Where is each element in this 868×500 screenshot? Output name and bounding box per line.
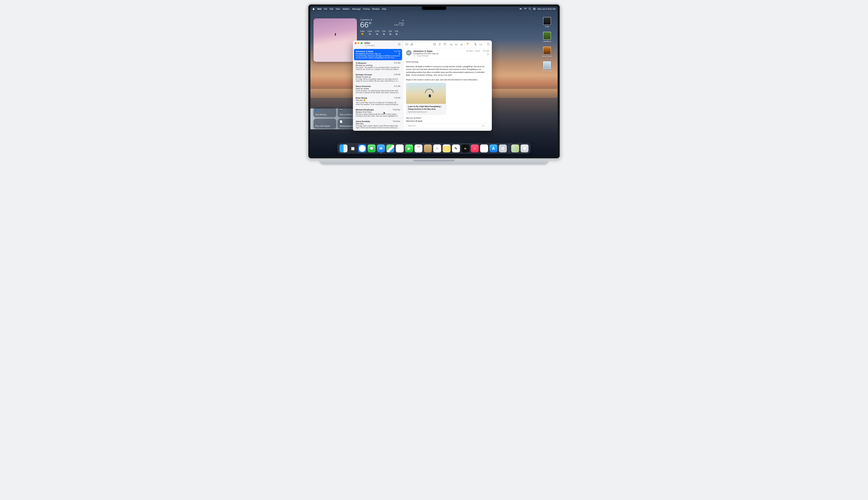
dock-tv[interactable]: tv — [461, 145, 469, 152]
message-time: 8:44 AM — [394, 73, 400, 76]
apple-menu-icon[interactable] — [312, 8, 315, 11]
desktop-file[interactable]: Aura Portrait — [542, 46, 552, 57]
camera-notch — [422, 7, 446, 10]
move-chevron-icon[interactable]: ⌄ — [483, 43, 484, 46]
menu-file[interactable]: File — [324, 8, 327, 10]
trash-icon[interactable] — [438, 43, 441, 46]
dock-facetime[interactable]: ▶ — [405, 145, 413, 152]
desktop-file[interactable]: White Sands — [542, 61, 552, 72]
send-icon[interactable] — [482, 124, 485, 127]
reply-placeholder: Reply All — [408, 125, 415, 127]
menu-mailbox[interactable]: Mailbox — [343, 8, 350, 10]
sender-avatar[interactable]: AA — [406, 50, 412, 56]
spotlight-icon[interactable] — [529, 8, 531, 11]
reply-field[interactable]: Reply All ⌄ — [406, 123, 489, 128]
message-list-item[interactable]: Reece Schachne8:12 AMDeck for reviewGood… — [354, 84, 402, 95]
move-icon[interactable] — [479, 43, 482, 46]
close-window-button[interactable] — [355, 42, 357, 44]
shortcut-label: Next Meeting — [315, 114, 334, 116]
calendar-day: 5 — [417, 148, 420, 151]
body-signoff: See you up there! — [406, 116, 489, 120]
link-preview-card[interactable]: Learn to fly | High Wind Paragliding | F… — [406, 83, 446, 115]
svg-line-4 — [530, 9, 531, 10]
envelope-icon[interactable] — [406, 43, 408, 46]
dock-freeform[interactable]: ✎ — [452, 145, 460, 152]
file-thumbnail — [543, 32, 551, 40]
to-recipient[interactable]: Craig Federighi — [416, 55, 429, 57]
mute-icon[interactable] — [474, 43, 477, 46]
svg-point-8 — [535, 9, 535, 10]
menu-window[interactable]: Window — [372, 8, 379, 10]
dock-maps[interactable] — [386, 145, 395, 152]
forward-icon[interactable] — [460, 43, 463, 46]
menu-message[interactable]: Message — [352, 8, 361, 10]
dock-recent-maps[interactable] — [511, 145, 519, 152]
dock-mail[interactable]: ✉︎ — [377, 145, 385, 152]
message-list-item[interactable]: Ty Booyzen8:51 AMMoving our meetingHey t… — [354, 60, 402, 72]
menu-view[interactable]: View — [335, 8, 340, 10]
dock-launchpad[interactable]: ▦ — [349, 145, 357, 152]
body-signature: Adventure @ Apple — [406, 120, 489, 123]
menu-format[interactable]: Format — [363, 8, 369, 10]
dock-contacts[interactable] — [424, 145, 432, 152]
mail-window: Inbox 11 messages Adventure @ Apple9:01 … — [353, 41, 492, 131]
reply-all-icon[interactable] — [455, 43, 458, 46]
app-menu[interactable]: Mail — [317, 8, 321, 10]
dock-appstore[interactable]: A — [490, 145, 498, 152]
dock-reminders[interactable]: ≡ — [433, 145, 441, 152]
dock-messages[interactable]: 💬 — [368, 145, 376, 152]
message-from: Ty Booyzen — [356, 62, 366, 64]
dock-settings[interactable]: ⚙︎ — [499, 145, 507, 152]
battery-icon[interactable] — [519, 8, 522, 11]
attachment-icon[interactable] — [466, 53, 489, 56]
sender-name[interactable]: Adventure @ Apple — [413, 50, 465, 53]
message-time: 9:01 AM — [394, 50, 400, 53]
archive-icon[interactable] — [433, 43, 436, 46]
zoom-window-button[interactable] — [361, 42, 363, 44]
message-mailbox[interactable]: Inbox – iCloud — [469, 50, 480, 52]
minimize-window-button[interactable] — [358, 42, 359, 44]
dock-trash[interactable]: 🗑 — [521, 145, 529, 152]
dock: ▦ 💬 ✉︎ ✿ ▶ JUN5 ≡ ✎ tv ♪ N A ⚙︎ 🗑 — [338, 143, 531, 154]
desktop-file[interactable]: Leaf Macro — [543, 32, 551, 42]
menu-edit[interactable]: Edit — [330, 8, 333, 10]
message-list-item[interactable]: Brian Heung7:59 AMOut sick 🤒Just a note … — [354, 95, 402, 107]
filter-icon[interactable] — [398, 43, 401, 46]
junk-icon[interactable] — [444, 43, 446, 46]
message-subject: Paragliding excursion sign-up — [356, 53, 381, 55]
dock-photos[interactable]: ✿ — [396, 145, 404, 152]
dock-notes[interactable] — [443, 145, 451, 152]
dock-safari[interactable] — [358, 145, 366, 152]
message-from: Brian Heung — [356, 97, 367, 99]
dock-news[interactable]: N — [480, 145, 488, 152]
search-icon[interactable] — [487, 43, 490, 46]
message-list-item[interactable]: Melanie KabinoffYesterdayMeeting recapHi… — [354, 130, 402, 131]
flag-chevron-icon[interactable]: ⌄ — [470, 43, 472, 46]
compose-icon[interactable] — [411, 43, 413, 46]
weather-widget[interactable]: Cupertino➤ 66° ☀︎ Sunny H:87° L:59° 10AM… — [360, 19, 405, 36]
message-list-item[interactable]: Jenna KovalskyYesterdayWild ideaHi Craig… — [354, 119, 402, 130]
menu-help[interactable]: Help — [382, 8, 386, 10]
body-paragraph: Reply to this email to reserve your spot… — [406, 78, 489, 81]
message-list-item[interactable]: Nicholas Circosta8:44 AMReady for pick-u… — [354, 72, 402, 83]
message-list-item[interactable]: Adventure @ Apple9:01 AMParagliding excu… — [354, 49, 402, 60]
shortcut-tile[interactable]: 👥Next Meeting — [313, 107, 336, 117]
photos-widget[interactable] — [313, 19, 357, 62]
wifi-icon[interactable] — [524, 8, 526, 11]
hourly-forecast: 10AM☀️ — [360, 30, 365, 35]
dock-music[interactable]: ♪ — [471, 145, 479, 152]
dock-calendar[interactable]: JUN5 — [414, 145, 423, 152]
shortcut-tile[interactable]: 🎵Play Chill Playlist — [313, 119, 336, 128]
control-center-icon[interactable] — [533, 8, 536, 11]
desktop-file[interactable]: Dunk — [543, 17, 551, 27]
reply-icon[interactable] — [450, 43, 453, 46]
message-subject: Bonjour from Paris — [356, 111, 372, 113]
svg-point-6 — [534, 8, 534, 9]
message-list-item[interactable]: Michael KlineburgerYesterdayBonjour from… — [354, 107, 402, 118]
svg-line-20 — [489, 45, 490, 45]
menubar-datetime[interactable]: Mon Jun 5 9:41 AM — [538, 8, 556, 10]
flag-icon[interactable] — [467, 43, 469, 46]
file-thumbnail — [543, 61, 551, 69]
reply-chevron-icon[interactable]: ⌄ — [486, 125, 487, 127]
dock-finder[interactable] — [340, 145, 347, 152]
